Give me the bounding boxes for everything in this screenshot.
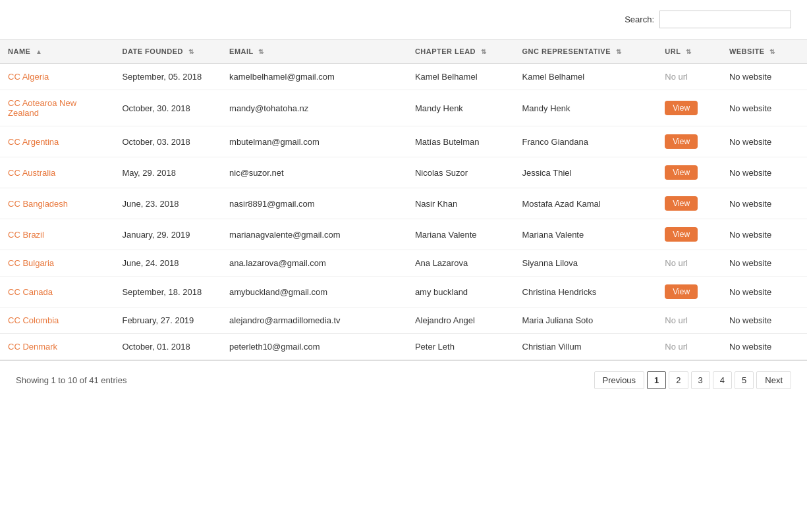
col-header-url[interactable]: URL ⇅ [657, 40, 721, 64]
email-cell: mandy@tohatoha.nz [221, 90, 407, 126]
url-cell: View [657, 126, 721, 157]
col-header-gnc[interactable]: GNC REPRESENTATIVE ⇅ [515, 40, 657, 64]
page-2-button[interactable]: 2 [669, 371, 688, 389]
table-row: CC DenmarkOctober, 01. 2018peterleth10@g… [0, 334, 807, 360]
website-cell: No website [721, 250, 807, 277]
chapter-lead-cell: Nicolas Suzor [407, 157, 515, 188]
email-cell: nasir8891@gmail.com [221, 188, 407, 219]
date-founded-cell: September, 18. 2018 [114, 277, 221, 307]
view-url-button[interactable]: View [665, 196, 698, 211]
next-button[interactable]: Next [756, 371, 791, 389]
chapter-lead-cell: Matías Butelman [407, 126, 515, 157]
gnc-representative-cell: Christina Hendricks [515, 277, 657, 307]
chapter-name-link[interactable]: CC Colombia [8, 315, 59, 325]
chapter-name-link[interactable]: CC Brazil [8, 230, 44, 240]
view-url-button[interactable]: View [665, 284, 698, 299]
no-url-label: No url [665, 342, 688, 352]
date-founded-cell: October, 30. 2018 [114, 90, 221, 126]
chapter-name-link[interactable]: CC Australia [8, 168, 55, 178]
date-founded-cell: January, 29. 2019 [114, 219, 221, 250]
gnc-representative-cell: Franco Giandana [515, 126, 657, 157]
date-founded-cell: February, 27. 2019 [114, 307, 221, 334]
search-input[interactable] [659, 11, 791, 28]
col-header-chapter-lead[interactable]: CHAPTER LEAD ⇅ [407, 40, 515, 64]
sort-icon-chapter: ⇅ [481, 48, 487, 55]
sort-icon-email: ⇅ [258, 48, 264, 55]
url-cell: View [657, 219, 721, 250]
table-row: CC BrazilJanuary, 29. 2019marianagvalent… [0, 219, 807, 250]
view-url-button[interactable]: View [665, 101, 698, 115]
no-url-label: No url [665, 72, 688, 82]
showing-entries-text: Showing 1 to 10 of 41 entries [16, 375, 126, 385]
col-header-website[interactable]: WEBSITE ⇅ [721, 40, 807, 64]
email-cell: marianagvalente@gmail.com [221, 219, 407, 250]
page-3-button[interactable]: 3 [691, 371, 710, 389]
view-url-button[interactable]: View [665, 227, 698, 242]
chapter-name-link[interactable]: CC Algeria [8, 72, 49, 82]
date-founded-cell: May, 29. 2018 [114, 157, 221, 188]
chapter-name-link[interactable]: CC Canada [8, 287, 53, 297]
sort-icon-date: ⇅ [188, 48, 194, 55]
website-cell: No website [721, 157, 807, 188]
email-cell: amybuckland@gmail.com [221, 277, 407, 307]
col-header-email[interactable]: EMAIL ⇅ [221, 40, 407, 64]
chapter-lead-cell: Ana Lazarova [407, 250, 515, 277]
gnc-representative-cell: Maria Juliana Soto [515, 307, 657, 334]
search-bar: Search: [0, 0, 807, 39]
url-cell: View [657, 157, 721, 188]
chapter-lead-cell: Alejandro Angel [407, 307, 515, 334]
col-header-name[interactable]: NAME ▲ [0, 40, 114, 64]
date-founded-cell: June, 23. 2018 [114, 188, 221, 219]
date-founded-cell: October, 03. 2018 [114, 126, 221, 157]
website-cell: No website [721, 90, 807, 126]
table-row: CC AustraliaMay, 29. 2018nic@suzor.netNi… [0, 157, 807, 188]
view-url-button[interactable]: View [665, 165, 698, 180]
search-label: Search: [625, 14, 654, 24]
gnc-representative-cell: Mariana Valente [515, 219, 657, 250]
page-1-button[interactable]: 1 [647, 371, 666, 389]
chapter-lead-cell: Kamel Belhamel [407, 64, 515, 90]
table-row: CC ColombiaFebruary, 27. 2019alejandro@a… [0, 307, 807, 334]
website-cell: No website [721, 219, 807, 250]
chapter-lead-cell: Nasir Khan [407, 188, 515, 219]
sort-icon-name: ▲ [36, 48, 42, 55]
url-cell: No url [657, 334, 721, 360]
sort-icon-gnc: ⇅ [616, 48, 622, 55]
chapter-name-link[interactable]: CC Bulgaria [8, 258, 54, 268]
page-5-button[interactable]: 5 [735, 371, 754, 389]
chapter-lead-cell: amy buckland [407, 277, 515, 307]
gnc-representative-cell: Jessica Thiel [515, 157, 657, 188]
gnc-representative-cell: Siyanna Lilova [515, 250, 657, 277]
website-cell: No website [721, 126, 807, 157]
table-row: CC BulgariaJune, 24. 2018ana.lazarova@gm… [0, 250, 807, 277]
chapter-name-link[interactable]: CC Aotearoa New Zealand [8, 98, 76, 118]
email-cell: mbutelman@gmail.com [221, 126, 407, 157]
url-cell: No url [657, 307, 721, 334]
url-cell: View [657, 188, 721, 219]
url-cell: View [657, 90, 721, 126]
chapter-name-link[interactable]: CC Argentina [8, 137, 59, 147]
website-cell: No website [721, 277, 807, 307]
chapter-name-link[interactable]: CC Denmark [8, 342, 57, 352]
website-cell: No website [721, 334, 807, 360]
table-body: CC AlgeriaSeptember, 05. 2018kamelbelham… [0, 64, 807, 360]
gnc-representative-cell: Christian Villum [515, 334, 657, 360]
no-url-label: No url [665, 315, 688, 325]
page-4-button[interactable]: 4 [713, 371, 732, 389]
col-header-date[interactable]: DATE FOUNDED ⇅ [114, 40, 221, 64]
view-url-button[interactable]: View [665, 134, 698, 149]
date-founded-cell: September, 05. 2018 [114, 64, 221, 90]
table-row: CC ArgentinaOctober, 03. 2018mbutelman@g… [0, 126, 807, 157]
table-row: CC BangladeshJune, 23. 2018nasir8891@gma… [0, 188, 807, 219]
website-cell: No website [721, 307, 807, 334]
email-cell: ana.lazarova@gmail.com [221, 250, 407, 277]
previous-button[interactable]: Previous [594, 371, 645, 389]
table-footer: Showing 1 to 10 of 41 entries Previous 1… [0, 361, 807, 400]
gnc-representative-cell: Mandy Henk [515, 90, 657, 126]
email-cell: alejandro@armadillomedia.tv [221, 307, 407, 334]
chapter-lead-cell: Mariana Valente [407, 219, 515, 250]
no-url-label: No url [665, 258, 688, 268]
sort-icon-website: ⇅ [769, 48, 775, 55]
pagination: Previous 1 2 3 4 5 Next [594, 371, 791, 389]
chapter-name-link[interactable]: CC Bangladesh [8, 199, 68, 209]
